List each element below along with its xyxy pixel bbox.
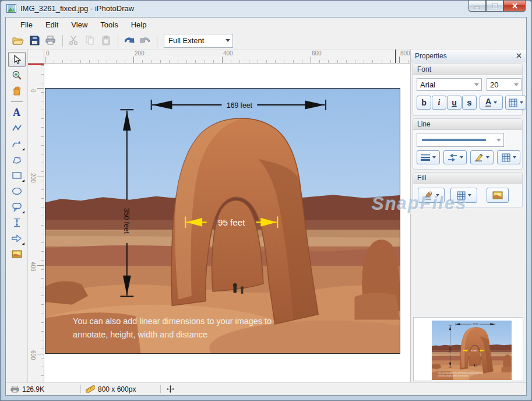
line-color-button[interactable]: [470, 150, 494, 164]
polyline-tool-button[interactable]: [8, 121, 26, 136]
restore-button[interactable]: [486, 1, 503, 12]
text-tool-button[interactable]: A: [8, 105, 26, 120]
curve-tool-button[interactable]: [8, 136, 26, 152]
hruler-label: 600: [312, 50, 322, 57]
font-group-header: Font: [413, 64, 522, 75]
image-dimensions-status: 800 x 600px: [81, 385, 160, 393]
fill-group: Fill: [413, 172, 523, 208]
fill-color-button[interactable]: [418, 188, 445, 203]
font-family-combobox[interactable]: Arial: [417, 78, 482, 91]
ruler-position-marker: [28, 64, 44, 65]
ruler-icon: [86, 385, 95, 393]
drawing-toolbox: A: [6, 50, 28, 382]
thumbnail-image: [432, 321, 512, 380]
combobox-dropdown-zone[interactable]: [223, 34, 232, 47]
photo-object[interactable]: 169 feet: [45, 88, 400, 354]
underline-button[interactable]: u: [447, 96, 461, 110]
chevron-down-icon: [520, 101, 523, 104]
line-style-combobox[interactable]: [417, 133, 504, 147]
rectangle-tool-button[interactable]: [8, 168, 26, 183]
italic-button[interactable]: i: [432, 96, 446, 110]
select-tool-button[interactable]: [8, 52, 26, 67]
menu-view[interactable]: View: [65, 19, 94, 31]
toolbar-separator: [62, 35, 63, 47]
font-color-button[interactable]: A: [480, 96, 503, 110]
minimize-button[interactable]: [468, 1, 486, 12]
photo-image: 169 feet: [45, 89, 400, 353]
fill-pattern-button[interactable]: [450, 188, 477, 203]
menu-help[interactable]: Help: [125, 19, 153, 31]
combobox-dropdown-zone[interactable]: [512, 79, 521, 90]
open-folder-icon: [12, 36, 24, 45]
canvas-area: 0 200 400 600 800 0 200 400 600: [28, 50, 410, 382]
caption-line-1: You can also add linear dimensions to yo…: [73, 316, 272, 326]
menu-file[interactable]: File: [14, 19, 39, 31]
ellipse-icon: [12, 187, 22, 195]
zoom-extent-combobox[interactable]: Full Extent: [164, 34, 233, 48]
save-button[interactable]: [27, 34, 42, 48]
document-canvas[interactable]: 169 feet: [44, 64, 410, 382]
flyout-indicator-icon: [22, 242, 24, 245]
bold-button[interactable]: b: [417, 96, 431, 110]
line-pattern-button[interactable]: [497, 150, 520, 164]
paste-button[interactable]: [98, 34, 114, 48]
line-width-icon: [421, 154, 430, 161]
chevron-down-icon: [436, 194, 439, 196]
arrow-ends-icon: [448, 154, 457, 161]
chevron-down-icon: [514, 83, 519, 86]
cut-scissors-icon: [69, 36, 78, 45]
zoom-tool-button[interactable]: [8, 68, 26, 83]
strikethrough-icon: s: [467, 99, 472, 107]
hruler-label: 200: [135, 50, 145, 57]
pan-hand-icon: [12, 86, 22, 96]
callout-tool-button[interactable]: [8, 199, 26, 214]
arrow-tool-button[interactable]: [8, 231, 26, 246]
dimension-measure-icon: [12, 217, 22, 228]
caption-line-2: annotate, height, width and distance: [73, 330, 207, 339]
undo-button[interactable]: [121, 34, 136, 48]
line-arrows-button[interactable]: [443, 150, 467, 164]
dimension-tool-button[interactable]: [8, 215, 26, 230]
print-button[interactable]: [43, 34, 58, 48]
line-width-button[interactable]: [417, 150, 440, 164]
ellipse-tool-button[interactable]: [8, 184, 26, 199]
grid-style-icon: [502, 153, 510, 162]
pan-tool-button[interactable]: [8, 83, 26, 99]
image-tool-button[interactable]: [8, 247, 26, 262]
polyline-icon: [12, 124, 22, 132]
chevron-down-icon: [468, 194, 471, 196]
minimize-icon: [474, 3, 481, 9]
titlebar[interactable]: IMG_3261_fixed.jpg - iPhotoDraw: [1, 1, 531, 17]
combobox-dropdown-zone[interactable]: [494, 133, 503, 146]
main-area: A: [6, 50, 526, 382]
menu-edit[interactable]: Edit: [39, 19, 65, 31]
cut-button[interactable]: [66, 34, 81, 48]
panel-close-button[interactable]: [513, 51, 524, 61]
curved-connector-icon: [12, 139, 22, 149]
font-group-label: Font: [417, 65, 431, 73]
move-cross-icon: [167, 385, 174, 393]
redo-button[interactable]: [138, 34, 153, 48]
properties-panel: Properties Font Arial 20: [410, 50, 526, 382]
strikethrough-button[interactable]: s: [462, 96, 477, 110]
font-effects-button[interactable]: [505, 96, 526, 110]
menu-tools[interactable]: Tools: [94, 19, 124, 31]
polygon-tool-button[interactable]: [8, 152, 26, 167]
file-size-value: 126.9K: [22, 385, 44, 393]
chevron-down-icon: [513, 156, 516, 159]
select-cursor-icon: [13, 55, 21, 65]
pencil-color-icon: [474, 153, 484, 162]
window-title: IMG_3261_fixed.jpg - iPhotoDraw: [20, 4, 134, 13]
image-icon: [12, 250, 22, 258]
chevron-down-icon: [474, 83, 479, 86]
font-size-combobox[interactable]: 20: [487, 78, 522, 91]
close-button[interactable]: [503, 1, 526, 12]
line-group-label: Line: [417, 120, 431, 128]
copy-button[interactable]: [82, 34, 97, 48]
fill-image-button[interactable]: [487, 188, 509, 203]
fill-group-label: Fill: [417, 174, 426, 182]
hruler-label: 0: [46, 50, 50, 57]
open-button[interactable]: [10, 34, 26, 48]
combobox-dropdown-zone[interactable]: [472, 79, 481, 90]
cursor-position-status: [161, 385, 177, 393]
